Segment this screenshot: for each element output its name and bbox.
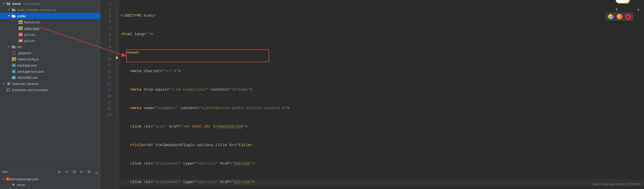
add-icon[interactable]: [58, 170, 61, 174]
code-line-3[interactable]: <head>: [121, 50, 644, 56]
svg-rect-1: [8, 82, 9, 85]
code-line-7[interactable]: <link rel="icon" href="<%= BASE_URL %>fa…: [121, 124, 644, 130]
refresh-icon[interactable]: [72, 170, 76, 174]
chevron-right-icon[interactable]: [3, 82, 6, 86]
code-line-6[interactable]: <meta name="viewport" content="width=dev…: [121, 105, 644, 111]
code-line-4[interactable]: <meta charset="utf-8">: [121, 68, 644, 74]
line-number-gutter[interactable]: 1 2 3 4 5 6 7 8 9 10 11 12 13 14 15 16 1…: [101, 0, 116, 189]
chevron-right-icon[interactable]: [7, 8, 11, 12]
folder-icon: [12, 14, 16, 18]
tree-scratches[interactable]: Scratches and Consoles: [0, 87, 100, 93]
bullet-icon: [12, 184, 14, 186]
tree-node-modules[interactable]: node_modules library root: [0, 7, 100, 13]
tree-file-babel[interactable]: JS babel.config.js: [0, 56, 100, 62]
chevron-down-icon[interactable]: [2, 177, 6, 181]
npm-panel: npm: [0, 168, 100, 189]
npm-script-row[interactable]: serve: [0, 182, 100, 187]
npm-target-row[interactable]: N demo/package.json: [0, 176, 100, 182]
code-line-2[interactable]: <html lang="">: [121, 31, 644, 37]
chevron-down-icon[interactable]: [2, 2, 6, 5]
project-tree[interactable]: demo ~/Vue/demo node_modules library roo…: [0, 0, 100, 168]
tree-file-favicon[interactable]: ico favicon.ico: [0, 19, 100, 25]
file-icon: ico: [18, 20, 23, 24]
svg-point-5: [89, 171, 90, 172]
svg-rect-0: [7, 82, 8, 85]
css-icon: css: [18, 39, 23, 43]
tree-file-ys1[interactable]: css ys1.css: [0, 31, 100, 37]
tree-file-package[interactable]: N package.json: [0, 62, 100, 68]
npm-panel-title: npm: [2, 170, 8, 174]
next-highlight-icon[interactable]: [621, 1, 640, 20]
tree-file-readme[interactable]: M↓ README.md: [0, 74, 100, 81]
json-icon: N: [12, 63, 16, 67]
tree-external-libs[interactable]: External Libraries: [0, 81, 100, 87]
gear-icon[interactable]: [87, 170, 91, 174]
tree-file-packagelock[interactable]: {} package-lock.json: [0, 68, 100, 74]
chevron-down-icon[interactable]: [7, 14, 11, 18]
svg-rect-2: [10, 82, 10, 85]
minus-icon[interactable]: [65, 170, 68, 174]
library-icon: [7, 82, 11, 86]
run-icon[interactable]: [80, 170, 83, 174]
file-icon: [12, 51, 16, 55]
scratch-icon: [6, 88, 10, 92]
tree-file-gitignore[interactable]: .gitignore: [0, 50, 100, 56]
json-icon: {}: [12, 69, 16, 73]
hide-icon[interactable]: [95, 170, 98, 174]
folder-icon: [6, 2, 11, 6]
code-line-5[interactable]: <meta http-equiv="X-UA-Compatible" conte…: [121, 87, 644, 93]
folder-icon: [12, 8, 16, 12]
code-line-1[interactable]: <!DOCTYPE html>: [121, 13, 644, 19]
tree-file-ys2[interactable]: css ys2.css: [0, 37, 100, 44]
code-editor[interactable]: <!DOCTYPE html> <html lang=""> <head> <m…: [120, 0, 644, 189]
warning-marker-icon[interactable]: [116, 56, 118, 59]
folder-icon: [12, 45, 16, 49]
watermark-text: https://blog.csdn.net/m0_37876935: [593, 181, 641, 187]
css-icon: css: [18, 32, 23, 36]
prev-highlight-icon[interactable]: [599, 1, 618, 20]
js-icon: JS: [12, 57, 16, 61]
tree-src[interactable]: src: [0, 44, 100, 50]
markdown-icon: M↓: [12, 75, 16, 80]
code-line-8[interactable]: <title><%= htmlWebpackPlugin.options.tit…: [121, 142, 644, 148]
root-path: ~/Vue/demo: [23, 2, 41, 6]
root-name: demo: [12, 2, 21, 6]
npm-icon: N: [6, 177, 10, 181]
tree-file-index[interactable]: H index.html: [0, 25, 100, 31]
inspection-nav: [599, 1, 640, 20]
tree-public[interactable]: public: [0, 13, 100, 19]
fold-gutter[interactable]: [116, 0, 120, 189]
html-icon: H: [18, 26, 23, 30]
project-sidebar: demo ~/Vue/demo node_modules library roo…: [0, 0, 101, 189]
tree-root[interactable]: demo ~/Vue/demo: [0, 1, 100, 7]
svg-point-4: [7, 90, 8, 91]
code-line-9[interactable]: <link rel="stylesheet" type="text/css" h…: [121, 161, 644, 167]
code-line-10[interactable]: <link rel="stylesheet" type="text/css" h…: [121, 179, 644, 185]
chevron-right-icon[interactable]: [7, 45, 11, 49]
